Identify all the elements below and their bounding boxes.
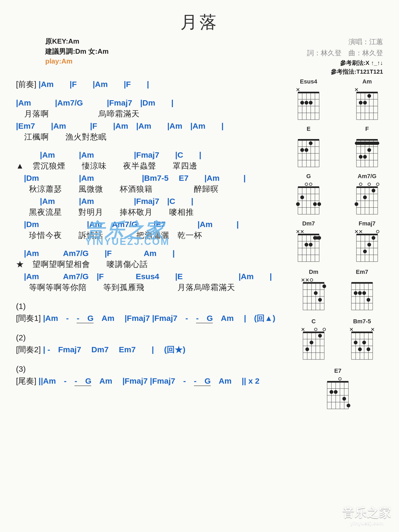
- svg-point-112: [309, 243, 313, 246]
- chord-name: G: [306, 173, 311, 180]
- svg-point-184: [310, 341, 313, 344]
- svg-point-204: [367, 347, 370, 351]
- chord-row: |Am |Am |Fmaj7 |C |: [16, 196, 286, 207]
- svg-point-151: [318, 298, 322, 302]
- chord-name: C: [311, 318, 316, 325]
- chord-row: |Am |Am7/G |Fmaj7 |Dm |: [16, 98, 286, 108]
- svg-point-76: [313, 202, 317, 206]
- svg-point-29: [359, 101, 363, 104]
- verse-1: |Am |Am7/G |Fmaj7 |Dm | 月落啊 烏啼霜滿天 |Em7 |…: [16, 98, 286, 142]
- inter2-label: [間奏2]: [16, 345, 41, 354]
- chord-name: Em7: [356, 269, 368, 275]
- chord-diagram: Dm7: [293, 220, 325, 265]
- key-info: 原KEY:Am 建議男調:Dm 女:Am play:Am: [45, 36, 109, 76]
- svg-point-91: [376, 183, 379, 186]
- svg-point-31: [367, 94, 371, 98]
- svg-point-74: [296, 202, 300, 206]
- svg-point-202: [358, 347, 362, 351]
- svg-point-164: [354, 291, 358, 295]
- section-number: (3): [16, 363, 286, 375]
- chord-diagram: E7: [322, 367, 354, 413]
- chord-underline: - G: [196, 314, 213, 323]
- svg-point-150: [314, 291, 318, 295]
- chord-diagram: Esus4: [293, 78, 325, 123]
- chord-underline: - G: [77, 314, 93, 323]
- svg-point-77: [317, 202, 321, 206]
- lyricist-composer: 詞：林久登 曲：林久登: [307, 48, 383, 59]
- chord-diagram: Bm7-5: [346, 318, 378, 363]
- svg-point-167: [367, 298, 370, 302]
- suggest-key: 建議男調:Dm 女:Am: [45, 47, 109, 57]
- chord-text: Am || x 2: [211, 376, 260, 385]
- svg-rect-57: [355, 142, 379, 145]
- chord-text: Am |Fmaj7 |Fmaj7 -: [94, 314, 196, 322]
- svg-point-113: [313, 236, 317, 240]
- chord-row: |Dm |Am |Bm7-5 E7 |Am |: [16, 173, 286, 184]
- svg-point-89: [359, 183, 362, 186]
- chord-row: |Am |Am |Fmaj7 |C |: [16, 150, 286, 161]
- chord-row: |Am Am7/G |F Am |: [16, 248, 286, 259]
- svg-point-217: [330, 390, 333, 394]
- chord-name: Dm7: [302, 220, 315, 227]
- svg-point-15: [309, 101, 313, 104]
- svg-point-44: [305, 148, 308, 152]
- chord-text: |Am -: [43, 314, 77, 322]
- svg-point-203: [362, 341, 366, 344]
- svg-point-14: [305, 101, 308, 104]
- chord-diagrams: Esus4AmEFGAm7/GDm7Fmaj7DmEm7CBm7-5E7: [293, 78, 383, 414]
- svg-point-220: [347, 404, 350, 407]
- chord-name: E7: [334, 367, 342, 374]
- chord-underline: - G: [194, 376, 211, 386]
- chord-diagram: G: [293, 173, 325, 218]
- outro: (3) [尾奏] ||Am - - G Am |Fmaj7 |Fmaj7 - -…: [16, 363, 286, 387]
- svg-point-132: [367, 243, 371, 246]
- svg-point-30: [363, 101, 367, 104]
- play-key: play:Am: [45, 56, 109, 66]
- section-number: (1): [16, 300, 286, 312]
- outro-label: [尾奏]: [16, 376, 36, 385]
- interlude-1: (1) [間奏1] |Am - - G Am |Fmaj7 |Fmaj7 - -…: [16, 300, 286, 324]
- chord-text: ||Am -: [39, 376, 74, 385]
- lyric-row: 秋涼蕭瑟 風微微 杯酒狼籍 醉歸暝: [16, 184, 286, 195]
- chord-text: Am | (回▲): [213, 314, 275, 322]
- interlude-2: (2) [間奏2] | - Fmaj7 Dm7 Em7 | (回★): [16, 332, 286, 355]
- svg-point-114: [317, 236, 321, 240]
- orig-key: 原KEY:Am: [45, 36, 109, 47]
- svg-point-60: [367, 148, 371, 152]
- svg-point-133: [372, 236, 375, 240]
- chord-name: Dm: [309, 269, 318, 275]
- svg-point-111: [305, 243, 308, 246]
- chord-name: Am7/G: [358, 173, 377, 180]
- intro-chords: |Am |F |Am |F |: [39, 80, 149, 89]
- svg-point-183: [305, 347, 309, 351]
- svg-point-43: [300, 148, 304, 152]
- watermark-sub: YINYUEZJ.COM: [85, 236, 170, 247]
- ref-finger: 參考指法:T121T121: [307, 67, 383, 76]
- chord-diagram: Am: [351, 78, 383, 123]
- lyric-row: ▲ 雲沉狼煙 悽涼味 夜半蟲聲 罩四邊: [16, 161, 286, 171]
- svg-point-75: [300, 195, 304, 199]
- svg-point-181: [314, 328, 317, 331]
- svg-point-185: [318, 334, 322, 338]
- credits: 演唱：江蕙 詞：林久登 曲：林久登: [307, 36, 383, 58]
- svg-point-218: [334, 390, 338, 394]
- chord-diagram: Fmaj7: [351, 220, 383, 265]
- svg-point-45: [309, 141, 313, 145]
- inter1-label: [間奏1]: [16, 314, 41, 322]
- ref-strum: 參考刷法:X ↑_↑↓: [307, 58, 383, 67]
- section-b: |Am Am7/G |F Am | ★ 望啊望啊望相會 嘜講傷心話 |Am Am…: [16, 248, 286, 293]
- chord-name: E: [307, 125, 311, 132]
- svg-point-93: [363, 195, 367, 199]
- svg-point-152: [322, 284, 326, 288]
- svg-point-92: [355, 202, 358, 206]
- chord-diagram: Am7/G: [351, 173, 383, 218]
- lyric-row: ★ 望啊望啊望相會 嘜講傷心話: [16, 259, 286, 270]
- intro-label: [前奏]: [16, 80, 36, 89]
- lyric-row: 黑夜流星 對明月 捧杯敬月 嘜相推: [16, 207, 286, 218]
- reference-playing: 參考刷法:X ↑_↑↓ 參考指法:T121T121: [307, 58, 383, 76]
- svg-point-166: [362, 291, 366, 295]
- chord-name: Am: [362, 78, 372, 85]
- chord-diagram: F: [351, 125, 383, 171]
- svg-point-90: [368, 183, 371, 186]
- chord-diagram: E: [293, 125, 325, 171]
